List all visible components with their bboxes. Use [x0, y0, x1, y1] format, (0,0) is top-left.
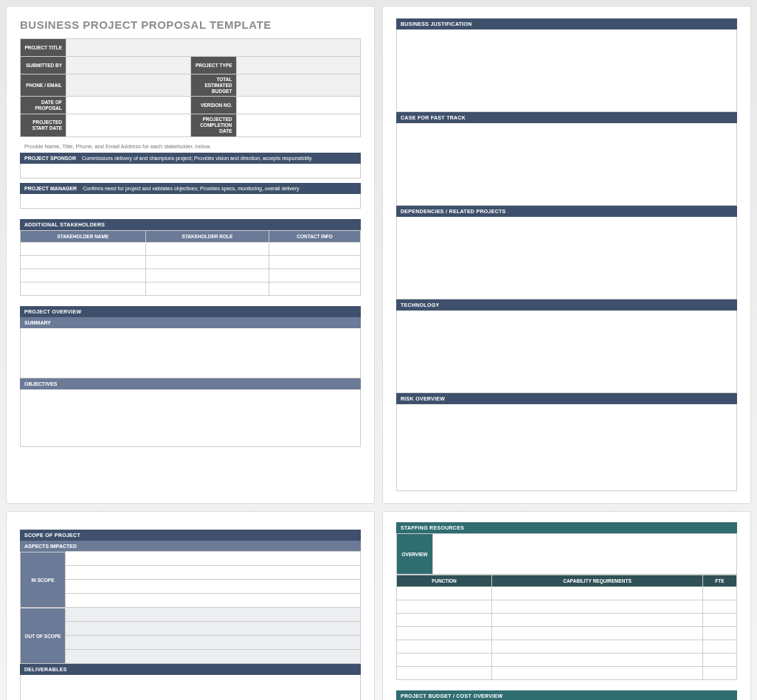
lbl-phone-email: PHONE / EMAIL	[21, 74, 66, 97]
sponsor-desc: Commissions delivery of and champions pr…	[82, 156, 312, 161]
fasttrack-header: CASE FOR FAST TRACK	[396, 112, 737, 123]
summary-header: SUMMARY	[20, 317, 361, 328]
page-2: BUSINESS JUSTIFICATION CASE FOR FAST TRA…	[382, 6, 751, 504]
out-scope-block: OUT OF SCOPE	[20, 608, 361, 664]
stakeholders-table: STAKEHOLDER NAME STAKEHOLDER ROLE CONTAC…	[20, 230, 361, 296]
lbl-submitted-by: SUBMITTED BY	[21, 57, 66, 74]
justification-field[interactable]	[396, 30, 737, 112]
val-project-type[interactable]	[236, 57, 361, 74]
summary-field[interactable]	[20, 328, 361, 378]
table-row[interactable]	[397, 587, 737, 600]
manager-field[interactable]	[20, 194, 361, 209]
col-stk-name: STAKEHOLDER NAME	[21, 230, 146, 242]
val-total-budget[interactable]	[236, 74, 361, 97]
justification-header: BUSINESS JUSTIFICATION	[396, 18, 737, 30]
col-stk-contact: CONTACT INFO	[269, 230, 361, 242]
risk-header: RISK OVERVIEW	[396, 393, 737, 404]
budget-header: PROJECT BUDGET / COST OVERVIEW	[396, 690, 737, 700]
fasttrack-field[interactable]	[396, 123, 737, 206]
scope-header: SCOPE OF PROJECT	[20, 530, 361, 541]
list-item[interactable]	[66, 565, 361, 580]
val-completion-date[interactable]	[236, 114, 361, 136]
table-row[interactable]	[397, 654, 737, 667]
col-function: FUNCTION	[397, 575, 492, 587]
deliverables-field[interactable]	[20, 675, 361, 700]
lbl-out-scope: OUT OF SCOPE	[20, 608, 66, 664]
lbl-total-budget: TOTAL ESTIMATED BUDGET	[190, 74, 236, 97]
val-submitted-by[interactable]	[66, 57, 191, 74]
manager-bar: PROJECT MANAGER Confirms need for projec…	[20, 183, 361, 194]
list-item[interactable]	[66, 579, 361, 594]
overview-field[interactable]	[433, 533, 737, 575]
col-stk-role: STAKEHOLDER ROLE	[145, 230, 269, 242]
stakeholders-header: ADDITIONAL STAKEHOLDERS	[20, 219, 361, 230]
table-row[interactable]	[397, 600, 737, 614]
list-item[interactable]	[66, 551, 361, 566]
sponsor-label: PROJECT SPONSOR	[24, 156, 76, 161]
in-scope-block: IN SCOPE	[20, 552, 361, 608]
doc-title: BUSINESS PROJECT PROPOSAL TEMPLATE	[20, 18, 361, 31]
val-project-title[interactable]	[66, 39, 361, 57]
val-date-proposal[interactable]	[66, 97, 191, 114]
table-row[interactable]	[397, 627, 737, 640]
table-row[interactable]	[21, 268, 361, 282]
lbl-date-proposal: DATE OF PROPOSAL	[21, 97, 66, 114]
lbl-start-date: PROJECTED START DATE	[21, 114, 66, 136]
val-start-date[interactable]	[66, 114, 191, 136]
list-item[interactable]	[66, 649, 361, 664]
val-version[interactable]	[236, 97, 361, 114]
table-row[interactable]	[397, 614, 737, 627]
sponsor-bar: PROJECT SPONSOR Commissions delivery of …	[20, 153, 361, 164]
objectives-field[interactable]	[20, 389, 361, 447]
page-1: BUSINESS PROJECT PROPOSAL TEMPLATE PROJE…	[6, 6, 375, 504]
resource-table: FUNCTION CAPABILITY REQUIREMENTS FTE	[396, 575, 737, 680]
manager-desc: Confirms need for project and validates …	[83, 186, 299, 191]
objectives-header: OBJECTIVES	[20, 378, 361, 389]
val-phone-email[interactable]	[66, 74, 191, 97]
overview-header: PROJECT OVERVIEW	[20, 306, 361, 317]
sponsor-field[interactable]	[20, 164, 361, 179]
deliverables-header: DELIVERABLES	[20, 664, 361, 675]
dependencies-header: DEPENDENCIES / RELATED PROJECTS	[396, 206, 737, 217]
lbl-in-scope: IN SCOPE	[20, 552, 66, 608]
manager-label: PROJECT MANAGER	[24, 186, 77, 191]
lbl-completion-date: PROJECTED COMPLETION DATE	[190, 114, 236, 136]
table-row[interactable]	[397, 640, 737, 654]
list-item[interactable]	[66, 621, 361, 636]
col-fte: FTE	[702, 575, 736, 587]
lbl-version: VERSION NO.	[190, 97, 236, 114]
list-item[interactable]	[66, 635, 361, 650]
technology-field[interactable]	[396, 311, 737, 393]
technology-header: TECHNOLOGY	[396, 299, 737, 311]
lbl-project-type: PROJECT TYPE	[190, 57, 236, 74]
dependencies-field[interactable]	[396, 217, 737, 299]
meta-table: PROJECT TITLE SUBMITTED BY PROJECT TYPE …	[20, 38, 361, 137]
table-row[interactable]	[397, 667, 737, 680]
table-row[interactable]	[21, 242, 361, 255]
staffing-overview-block: OVERVIEW	[396, 533, 737, 575]
stakeholder-note: Provide Name, Title, Phone, and Email Ad…	[24, 143, 361, 150]
lbl-project-title: PROJECT TITLE	[21, 39, 66, 57]
staffing-header: STAFFING RESOURCES	[396, 522, 737, 533]
list-item[interactable]	[66, 593, 361, 608]
aspects-header: ASPECTS IMPACTED	[20, 541, 361, 552]
lbl-overview: OVERVIEW	[396, 533, 433, 575]
col-capability: CAPABILITY REQUIREMENTS	[492, 575, 703, 587]
table-row[interactable]	[21, 255, 361, 268]
risk-field[interactable]	[396, 404, 737, 491]
list-item[interactable]	[66, 607, 361, 622]
page-3: SCOPE OF PROJECT ASPECTS IMPACTED IN SCO…	[6, 511, 375, 700]
table-row[interactable]	[21, 282, 361, 295]
page-4: STAFFING RESOURCES OVERVIEW FUNCTION CAP…	[382, 511, 751, 700]
